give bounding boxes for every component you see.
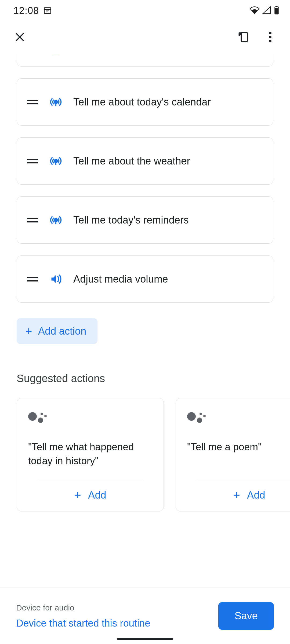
svg-point-15 [54, 100, 58, 104]
bottom-left: Device for audio Device that started thi… [16, 603, 218, 629]
svg-rect-6 [275, 7, 278, 8]
suggestion-text: "Tell me a poem" [187, 440, 290, 479]
plus-icon: + [233, 489, 240, 501]
svg-point-10 [269, 32, 271, 34]
status-bar: 12:08 [0, 0, 290, 21]
content-area: Adjust phone volume Tell me about today'… [0, 54, 290, 588]
drag-handle-icon[interactable] [27, 218, 38, 222]
broadcast-icon [48, 94, 64, 110]
svg-point-17 [54, 159, 58, 163]
device-audio-label: Device for audio [16, 603, 218, 612]
broadcast-icon [48, 212, 64, 228]
suggestion-add-label: Add [88, 489, 106, 501]
battery-icon [274, 6, 279, 16]
speaker-icon [48, 271, 64, 287]
action-card[interactable]: Tell me about the weather [17, 137, 273, 185]
action-label: Tell me about the weather [73, 155, 190, 167]
more-vert-icon [269, 31, 271, 44]
app-bar [0, 21, 290, 54]
wifi-icon [250, 6, 259, 15]
device-audio-link[interactable]: Device that started this routine [16, 618, 218, 629]
add-to-home-icon [237, 31, 249, 44]
save-button[interactable]: Save [218, 602, 274, 630]
suggestion-add-label: Add [247, 489, 265, 501]
add-action-label: Add action [38, 325, 86, 337]
plus-icon: + [74, 489, 81, 501]
bottom-bar: Device for audio Device that started thi… [0, 588, 290, 644]
action-card[interactable]: Adjust phone volume [17, 54, 273, 67]
action-label: Adjust media volume [73, 273, 168, 285]
suggestion-card: "Tell me what happened today in history"… [17, 398, 164, 511]
close-icon [14, 31, 26, 44]
add-action-button[interactable]: + Add action [17, 318, 97, 344]
svg-point-12 [269, 40, 271, 42]
phone-volume-icon [48, 54, 64, 57]
action-card[interactable]: Tell me today's reminders [17, 196, 273, 244]
assistant-icon [28, 411, 46, 425]
svg-rect-0 [44, 8, 51, 13]
drag-handle-icon[interactable] [27, 100, 38, 104]
suggestion-text: "Tell me what happened today in history" [28, 440, 152, 479]
overflow-menu-button[interactable] [260, 28, 280, 47]
save-button-label: Save [234, 610, 258, 621]
drag-handle-icon[interactable] [27, 277, 38, 281]
close-button[interactable] [10, 28, 30, 47]
status-left: 12:08 [13, 5, 52, 16]
status-time: 12:08 [13, 5, 39, 16]
action-label: Tell me today's reminders [73, 214, 189, 226]
suggestion-add-button[interactable]: + Add [28, 479, 152, 511]
svg-rect-9 [241, 32, 247, 42]
svg-point-19 [54, 218, 58, 222]
svg-point-11 [269, 36, 271, 38]
suggested-actions-row[interactable]: "Tell me what happened today in history"… [17, 398, 273, 511]
suggestion-card: "Tell me a poem" + Add [176, 398, 290, 511]
shortcut-button[interactable] [234, 28, 253, 47]
assistant-icon [187, 411, 205, 425]
drag-handle-icon[interactable] [27, 159, 38, 163]
cell-signal-icon [262, 6, 271, 15]
action-card[interactable]: Adjust media volume [17, 255, 273, 303]
calendar-day-icon [43, 6, 52, 16]
action-card[interactable]: Tell me about today's calendar [17, 78, 273, 126]
action-label: Tell me about today's calendar [73, 96, 211, 108]
home-indicator[interactable] [117, 638, 173, 640]
status-right [250, 6, 279, 16]
broadcast-icon [48, 153, 64, 169]
suggested-actions-title: Suggested actions [17, 372, 273, 385]
plus-icon: + [25, 325, 32, 337]
svg-rect-5 [276, 6, 277, 7]
suggestion-add-button[interactable]: + Add [187, 479, 290, 511]
